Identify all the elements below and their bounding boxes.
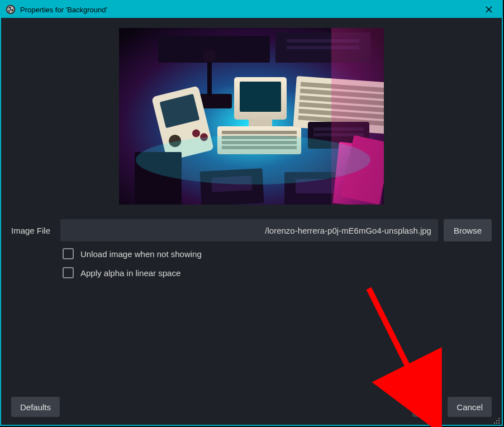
- dialog-footer: Defaults OK Cancel: [1, 397, 502, 425]
- browse-button[interactable]: Browse: [444, 219, 492, 241]
- properties-dialog: Properties for 'Background': [0, 0, 503, 426]
- image-file-row: Image File /lorenzo-herrera-p0j-mE6mGo4-…: [11, 219, 492, 241]
- svg-rect-47: [498, 418, 500, 419]
- obs-icon: [6, 4, 16, 15]
- close-icon: [485, 6, 493, 13]
- preview-area: [11, 28, 492, 205]
- ok-button[interactable]: OK: [412, 397, 443, 417]
- svg-rect-48: [496, 420, 497, 421]
- svg-rect-16: [240, 82, 281, 112]
- close-button[interactable]: [481, 1, 497, 18]
- image-preview: [119, 28, 384, 205]
- svg-point-2: [11, 7, 13, 10]
- svg-rect-50: [494, 423, 495, 424]
- svg-point-3: [8, 8, 10, 11]
- image-file-label: Image File: [11, 226, 60, 235]
- svg-rect-17: [249, 120, 272, 126]
- svg-rect-19: [222, 131, 297, 134]
- defaults-button[interactable]: Defaults: [11, 397, 60, 417]
- cancel-button[interactable]: Cancel: [448, 397, 492, 417]
- svg-rect-49: [498, 420, 500, 421]
- svg-rect-52: [498, 423, 500, 424]
- unload-checkbox-label[interactable]: Unload image when not showing: [80, 249, 202, 259]
- alpha-checkbox[interactable]: [63, 267, 74, 278]
- window-title: Properties for 'Background': [20, 6, 481, 14]
- image-file-value: /lorenzo-herrera-p0j-mE6mGo4-unsplash.jp…: [265, 226, 431, 235]
- alpha-checkbox-row: Apply alpha in linear space: [63, 267, 492, 278]
- alpha-checkbox-label[interactable]: Apply alpha in linear space: [80, 268, 180, 278]
- svg-point-4: [10, 10, 12, 12]
- svg-point-14: [203, 49, 216, 63]
- dialog-content: Image File /lorenzo-herrera-p0j-mE6mGo4-…: [1, 18, 502, 397]
- svg-rect-51: [496, 423, 497, 424]
- image-file-input[interactable]: /lorenzo-herrera-p0j-mE6mGo4-unsplash.jp…: [60, 219, 438, 241]
- resize-grip[interactable]: [494, 417, 501, 424]
- svg-point-46: [136, 135, 370, 184]
- svg-rect-45: [331, 28, 384, 205]
- unload-checkbox-row: Unload image when not showing: [63, 248, 492, 259]
- titlebar[interactable]: Properties for 'Background': [1, 1, 502, 18]
- unload-checkbox[interactable]: [63, 248, 74, 259]
